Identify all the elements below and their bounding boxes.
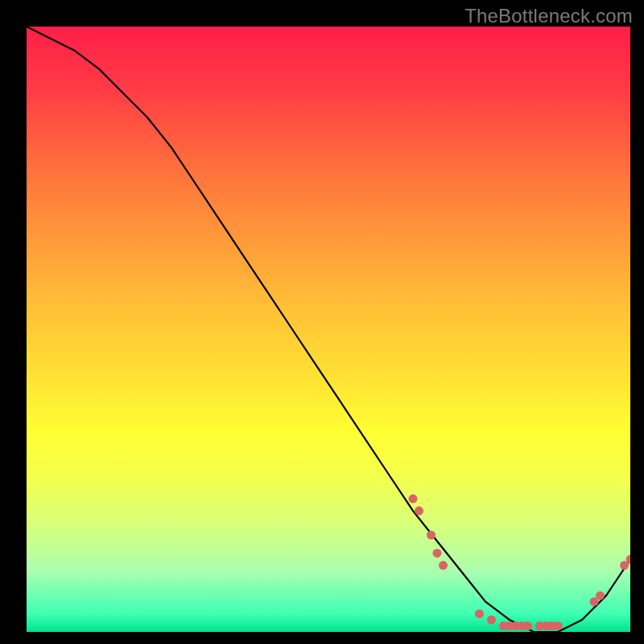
data-marker <box>475 609 484 618</box>
watermark-text: TheBottleneck.com <box>464 5 633 27</box>
data-marker <box>596 591 605 600</box>
line-group <box>27 27 630 632</box>
data-marker <box>487 616 496 625</box>
data-marker <box>409 494 418 503</box>
data-marker <box>554 621 563 630</box>
data-marker <box>427 530 436 539</box>
data-marker <box>439 561 448 570</box>
data-marker <box>415 506 423 515</box>
plot-area <box>27 27 630 632</box>
chart-stage: TheBottleneck.com <box>0 0 644 644</box>
data-marker <box>523 621 532 630</box>
chart-svg <box>27 27 630 632</box>
data-marker <box>433 549 442 558</box>
marker-group <box>409 494 631 630</box>
data-line <box>27 27 630 632</box>
